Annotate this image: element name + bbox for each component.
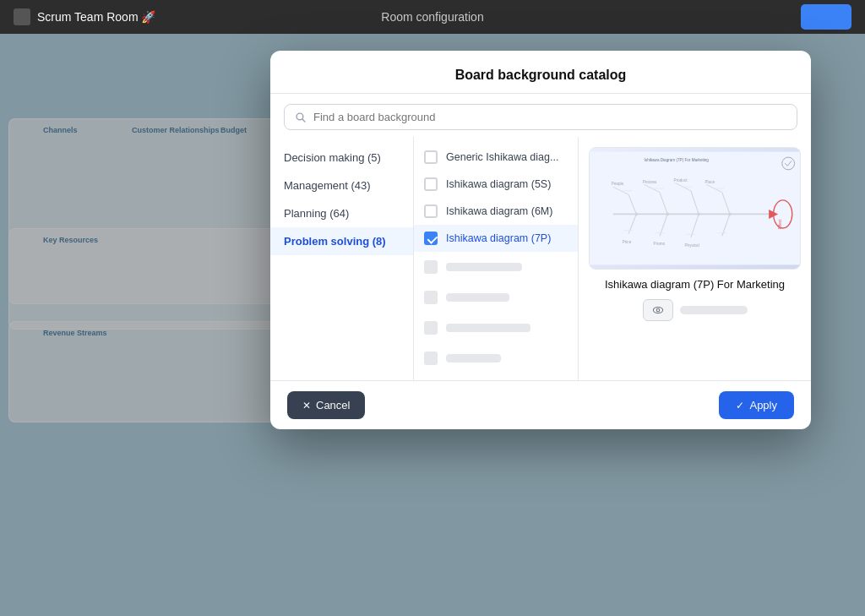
skeleton-text-3	[446, 324, 530, 332]
apply-check-icon: ✓	[736, 400, 744, 412]
preview-title: Ishikawa diagram (7P) For Marketing	[605, 278, 785, 291]
category-decision-making[interactable]: Decision making (5)	[270, 144, 413, 172]
svg-text:Price: Price	[623, 240, 632, 244]
bg-preview-panel: Ishikawa Diagram (7P) For Marketing	[579, 137, 811, 380]
skeleton-row-1	[414, 252, 578, 282]
svg-point-27	[634, 213, 638, 216]
svg-text:Physical: Physical	[685, 243, 699, 248]
cancel-button[interactable]: ✕ Cancel	[287, 391, 365, 419]
cancel-label: Cancel	[316, 399, 350, 412]
skeleton-row-2	[414, 282, 578, 313]
svg-text:Process: Process	[643, 180, 657, 184]
svg-point-28	[666, 213, 669, 216]
titlebar-action-button[interactable]	[801, 4, 851, 30]
dialog-search-area	[270, 94, 811, 137]
category-planning[interactable]: Planning (64)	[270, 199, 413, 227]
search-box[interactable]	[284, 104, 797, 130]
skeleton-check-4	[424, 352, 438, 365]
skeleton-text-4	[446, 354, 501, 363]
bg-item-checkbox-0[interactable]	[424, 150, 438, 164]
svg-text:Product: Product	[674, 178, 688, 183]
bg-item-ishikawa-7p[interactable]: Ishikawa diagram (7P)	[414, 225, 578, 252]
preview-image: Ishikawa Diagram (7P) For Marketing	[589, 147, 801, 270]
category-management[interactable]: Management (43)	[270, 172, 413, 199]
preview-action-area	[643, 299, 748, 321]
svg-line-1	[302, 118, 305, 121]
title-bar: Scrum Team Room 🚀 Room configuration	[0, 0, 865, 34]
category-problem-solving[interactable]: Problem solving (8)	[270, 227, 413, 255]
svg-point-30	[728, 213, 732, 216]
skeleton-check-1	[424, 260, 438, 274]
skeleton-text-1	[446, 263, 522, 271]
bg-item-ishikawa-5s[interactable]: Ishikawa diagram (5S)	[414, 171, 578, 198]
svg-text:Effect: Effect	[778, 219, 782, 229]
skeleton-row-4	[414, 343, 578, 373]
svg-point-40	[653, 308, 662, 313]
page-title: Room configuration	[381, 10, 483, 24]
apply-label: Apply	[749, 399, 777, 412]
skeleton-text-2	[446, 293, 509, 302]
svg-point-29	[697, 213, 700, 216]
dialog-header: Board background catalog	[270, 51, 811, 94]
dialog-footer: ✕ Cancel ✓ Apply	[270, 380, 811, 429]
preview-action-bar	[680, 306, 748, 314]
skeleton-check-2	[424, 291, 438, 304]
bg-item-label-0: Generic Ishikawa diag...	[446, 151, 568, 163]
svg-rect-2	[590, 152, 800, 265]
search-input[interactable]	[313, 111, 786, 123]
svg-text:Promo: Promo	[654, 242, 666, 246]
board-background-dialog: Board background catalog Decision making…	[270, 51, 811, 429]
skeleton-check-3	[424, 321, 438, 335]
bg-items-list: Generic Ishikawa diag... Ishikawa diagra…	[414, 137, 579, 380]
bg-item-checkbox-1[interactable]	[424, 177, 438, 191]
bg-item-checkbox-3[interactable]	[424, 232, 438, 245]
bg-item-label-3: Ishikawa diagram (7P)	[446, 232, 568, 244]
bg-item-generic-ishikawa[interactable]: Generic Ishikawa diag...	[414, 144, 578, 171]
svg-point-41	[656, 308, 660, 312]
ishikawa-diagram-svg: Ishikawa Diagram (7P) For Marketing	[590, 148, 800, 269]
apply-button[interactable]: ✓ Apply	[719, 391, 794, 419]
svg-text:Ishikawa Diagram (7P) For Mark: Ishikawa Diagram (7P) For Marketing	[645, 158, 710, 162]
bg-item-label-2: Ishikawa diagram (6M)	[446, 205, 568, 217]
app-title: Scrum Team Room 🚀	[37, 10, 155, 24]
bg-item-label-1: Ishikawa diagram (5S)	[446, 178, 568, 190]
svg-text:People: People	[612, 182, 624, 186]
dialog-body: Decision making (5) Management (43) Plan…	[270, 137, 811, 380]
preview-view-button[interactable]	[643, 299, 673, 321]
categories-panel: Decision making (5) Management (43) Plan…	[270, 137, 414, 380]
bg-item-ishikawa-6m[interactable]: Ishikawa diagram (6M)	[414, 198, 578, 225]
eye-icon	[652, 304, 664, 316]
bg-item-checkbox-2[interactable]	[424, 204, 438, 218]
dialog-title: Board background catalog	[291, 68, 791, 83]
svg-text:Place: Place	[705, 180, 715, 184]
cancel-icon: ✕	[302, 400, 311, 412]
app-icon	[14, 8, 30, 25]
title-bar-left: Scrum Team Room 🚀	[14, 8, 155, 25]
preview-img-inner: Ishikawa Diagram (7P) For Marketing	[590, 148, 800, 269]
skeleton-row-3	[414, 313, 578, 343]
search-icon	[295, 112, 307, 123]
